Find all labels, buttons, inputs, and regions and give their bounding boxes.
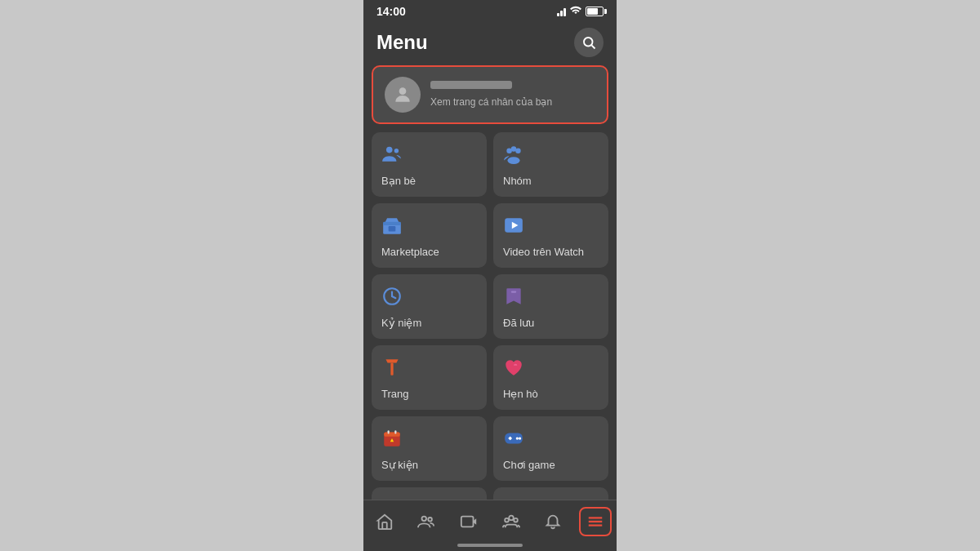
menu-item-ban-be-quanh-day[interactable]: Bạn bè quanh đây <box>493 487 608 500</box>
nav-home[interactable] <box>368 507 401 536</box>
bell-icon <box>544 513 562 531</box>
home-icon <box>376 513 394 531</box>
menu-item-marketplace[interactable]: Marketplace <box>372 203 487 268</box>
phone-frame: 14:00 Menu <box>363 0 617 551</box>
svg-point-3 <box>386 147 393 153</box>
marketplace-icon <box>381 215 477 239</box>
menu-item-viec-lam[interactable]: Việc làm <box>372 487 487 500</box>
groups-nav-icon <box>502 513 520 531</box>
menu-item-video-watch[interactable]: Video trên Watch <box>493 203 608 268</box>
svg-point-41 <box>429 518 433 522</box>
svg-line-1 <box>591 45 595 48</box>
video-nav-icon <box>460 513 478 531</box>
home-indicator <box>363 540 617 551</box>
header: Menu <box>363 21 617 65</box>
svg-point-8 <box>507 157 519 164</box>
friends-nav-icon <box>417 513 435 531</box>
menu-item-ban-be[interactable]: Bạn bè <box>372 132 487 197</box>
avatar <box>385 77 421 113</box>
su-kien-label: Sự kiện <box>381 459 477 471</box>
profile-info: Xem trang cá nhân của bạn <box>430 81 595 109</box>
signal-icon <box>557 7 566 16</box>
svg-rect-11 <box>389 226 396 232</box>
menu-item-choi-game[interactable]: Chơi game <box>493 416 608 481</box>
trang-icon <box>381 357 477 381</box>
svg-rect-20 <box>384 432 400 436</box>
ky-niem-label: Kỷ niệm <box>381 317 477 329</box>
svg-point-0 <box>584 38 593 47</box>
status-icons <box>557 6 604 18</box>
profile-name-blurred <box>430 81 512 89</box>
svg-rect-18 <box>390 363 393 375</box>
ban-be-label: Bạn bè <box>381 175 477 187</box>
home-bar <box>457 544 523 547</box>
svg-point-28 <box>519 437 521 439</box>
menu-item-hen-ho[interactable]: Hẹn hò <box>493 345 608 410</box>
ky-niem-icon <box>381 286 477 310</box>
profile-card[interactable]: Xem trang cá nhân của bạn <box>372 65 608 124</box>
page-title: Menu <box>376 31 428 54</box>
menu-grid: Bạn bè Nhóm <box>363 132 617 500</box>
svg-rect-26 <box>510 437 511 440</box>
status-time: 14:00 <box>376 5 406 18</box>
svg-line-16 <box>392 296 395 298</box>
da-luu-icon <box>503 286 599 310</box>
video-watch-icon <box>503 215 599 239</box>
svg-rect-42 <box>461 517 474 527</box>
su-kien-icon <box>381 428 477 452</box>
nav-menu[interactable] <box>579 507 612 536</box>
avatar-icon <box>392 84 413 105</box>
svg-point-4 <box>394 149 399 153</box>
search-icon <box>581 35 596 50</box>
nav-friends[interactable] <box>410 507 443 536</box>
svg-rect-10 <box>383 222 401 225</box>
menu-item-su-kien[interactable]: Sự kiện <box>372 416 487 481</box>
nhom-label: Nhóm <box>503 175 599 187</box>
bottom-nav <box>363 500 617 540</box>
choi-game-label: Chơi game <box>503 459 599 471</box>
svg-rect-21 <box>388 430 390 433</box>
svg-rect-17 <box>511 291 517 293</box>
search-button[interactable] <box>574 28 604 57</box>
hen-ho-icon <box>503 357 599 381</box>
wifi-icon <box>570 6 581 18</box>
svg-point-7 <box>511 146 517 152</box>
marketplace-label: Marketplace <box>381 246 477 258</box>
menu-item-da-luu[interactable]: Đã lưu <box>493 274 608 339</box>
nav-groups[interactable] <box>495 507 528 536</box>
choi-game-icon <box>503 428 599 452</box>
nhom-icon <box>503 144 599 168</box>
svg-rect-39 <box>382 522 387 529</box>
svg-point-46 <box>514 518 518 522</box>
svg-rect-22 <box>394 430 396 433</box>
svg-point-44 <box>509 516 514 521</box>
battery-icon <box>586 7 604 16</box>
nav-video[interactable] <box>452 507 485 536</box>
menu-item-trang[interactable]: Trang <box>372 345 487 410</box>
menu-item-ky-niem[interactable]: Kỷ niệm <box>372 274 487 339</box>
hen-ho-label: Hẹn hò <box>503 388 599 400</box>
profile-subtitle: Xem trang cá nhân của bạn <box>430 96 552 108</box>
scroll-content[interactable]: Xem trang cá nhân của bạn Bạn bè <box>363 65 617 500</box>
ban-be-icon <box>381 144 477 168</box>
status-bar: 14:00 <box>363 0 617 21</box>
nav-notifications[interactable] <box>537 507 569 536</box>
da-luu-label: Đã lưu <box>503 317 599 329</box>
svg-point-40 <box>422 517 427 522</box>
svg-point-27 <box>516 437 519 439</box>
trang-label: Trang <box>381 388 477 400</box>
svg-point-45 <box>505 518 509 522</box>
menu-item-nhom[interactable]: Nhóm <box>493 132 608 197</box>
svg-point-2 <box>399 87 407 95</box>
menu-icon <box>586 513 604 531</box>
video-watch-label: Video trên Watch <box>503 246 599 258</box>
